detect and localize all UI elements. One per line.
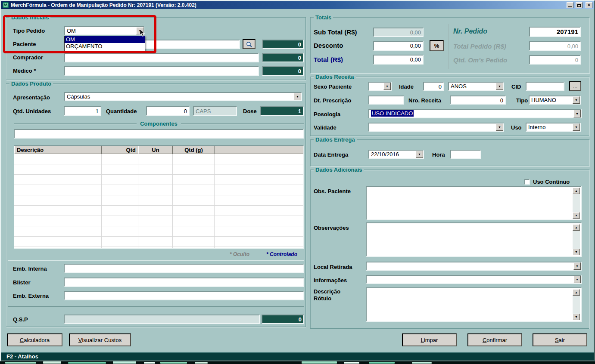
observacoes-textarea[interactable]: ▲ ▼: [366, 222, 582, 257]
calculadora-button[interactable]: Calculadora: [7, 333, 62, 346]
scrollbar-up-icon[interactable]: ▲: [573, 224, 580, 231]
paciente-count-field: 0: [262, 40, 304, 49]
sair-accel: S: [555, 337, 559, 343]
chevron-down-icon[interactable]: ▼: [136, 27, 143, 34]
chevron-down-icon[interactable]: ▼: [496, 83, 503, 90]
data-entrega-combo[interactable]: 22/10/2016 ▼: [368, 150, 424, 159]
dt-prescricao-input[interactable]: [368, 96, 404, 105]
emb-interna-input[interactable]: [64, 264, 304, 273]
desconto-input[interactable]: 0,00: [373, 41, 424, 51]
scrollbar-down-icon[interactable]: ▼: [573, 212, 580, 219]
total-label: Total (R$): [314, 56, 343, 63]
title-bar: MerchFórmula - Ordem de Manipulação Pedi…: [1, 1, 594, 9]
chevron-down-icon[interactable]: ▼: [573, 110, 581, 117]
qsp-label: Q.S.P: [13, 316, 28, 323]
nro-receita-input[interactable]: 0: [450, 96, 506, 105]
limpar-accel: L: [421, 337, 424, 343]
scrollbar[interactable]: ▲ ▼: [573, 224, 580, 255]
quantidade-input[interactable]: 0: [146, 106, 190, 116]
maximize-icon[interactable]: [576, 2, 583, 8]
chevron-down-icon[interactable]: ▼: [416, 151, 423, 158]
idade-unit-combo[interactable]: ANOS ▼: [448, 82, 504, 91]
componentes-table: Descrição Qtd Un Qtd (g): [14, 145, 304, 249]
window-title: MerchFórmula - Ordem de Manipulação Pedi…: [11, 2, 196, 8]
minimize-icon[interactable]: [567, 2, 573, 8]
apresentacao-combo[interactable]: Cápsulas ▼: [64, 92, 302, 101]
tipo-label: Tipo: [516, 97, 528, 104]
dropdown-option-orcamento[interactable]: ORÇAMENTO: [65, 43, 145, 50]
chevron-down-icon[interactable]: ▼: [573, 262, 581, 270]
scrollbar[interactable]: ▲ ▼: [573, 289, 580, 320]
informacoes-combo[interactable]: ▼: [366, 275, 582, 284]
hora-label: Hora: [432, 151, 445, 158]
informacoes-value: [367, 276, 573, 283]
blister-input[interactable]: [64, 278, 304, 287]
visualizar-custos-accel: V: [78, 337, 82, 343]
uso-continuo-label: Uso Contínuo: [533, 179, 570, 185]
medico-input[interactable]: [64, 66, 259, 76]
tipo-pedido-combo[interactable]: OM ▼: [64, 26, 144, 35]
posologia-label: Posologia: [314, 111, 340, 117]
chevron-down-icon[interactable]: ▼: [573, 276, 581, 283]
qtd-unidades-input[interactable]: 1: [64, 106, 101, 116]
confirmar-rest: onfirmar: [486, 337, 507, 343]
chevron-down-icon[interactable]: ▼: [496, 123, 503, 131]
nr-pedido-label: Nr. Pedido: [453, 28, 487, 35]
comprador-count-field: 0: [262, 53, 304, 62]
validade-combo[interactable]: ▼: [368, 123, 504, 132]
scrollbar-down-icon[interactable]: ▼: [573, 249, 580, 255]
calculadora-accel: C: [20, 337, 24, 343]
col-descricao: Descrição: [14, 146, 102, 154]
scrollbar[interactable]: ▲ ▼: [573, 188, 580, 219]
unidade-field: CAPS: [193, 106, 237, 116]
local-retirada-combo[interactable]: ▼: [366, 262, 582, 271]
scrollbar-up-icon[interactable]: ▲: [573, 188, 580, 194]
divider: [8, 306, 304, 307]
sub-total-label: Sub Total (R$): [314, 28, 357, 36]
confirmar-button[interactable]: Confirmar: [467, 333, 522, 346]
descricao-rotulo-textarea[interactable]: ▲ ▼: [366, 287, 582, 322]
col-extra: [215, 146, 303, 154]
uso-continuo-checkbox[interactable]: [524, 179, 530, 185]
col-qtd: Qtd: [102, 146, 138, 154]
local-retirada-value: [367, 262, 573, 270]
total-input[interactable]: 0,00: [373, 55, 424, 65]
nr-pedido-field: 207191: [529, 27, 581, 37]
chevron-down-icon[interactable]: ▼: [383, 83, 391, 90]
search-icon: [246, 41, 252, 47]
dropdown-option-om[interactable]: OM: [65, 36, 145, 43]
cid-input[interactable]: [526, 82, 564, 91]
visualizar-custos-rest: isualizar Custos: [82, 337, 121, 343]
chevron-down-icon[interactable]: ▼: [573, 96, 580, 104]
posologia-value: USO INDICADO: [371, 110, 414, 117]
tipo-pedido-dropdown-list[interactable]: OM ORÇAMENTO: [64, 36, 145, 51]
status-bar-text: F2 - Atalhos: [6, 353, 38, 360]
close-icon[interactable]: ×: [586, 2, 592, 8]
limpar-button[interactable]: Limpar: [402, 333, 457, 346]
limpar-rest: impar: [424, 337, 438, 343]
emb-externa-input[interactable]: [64, 291, 304, 300]
chevron-down-icon[interactable]: ▼: [573, 123, 580, 131]
componentes-table-body: [14, 154, 303, 248]
obs-paciente-textarea[interactable]: ▲ ▼: [366, 186, 582, 220]
cid-browse-button[interactable]: ...: [569, 81, 581, 91]
sexo-combo[interactable]: ▼: [368, 82, 392, 91]
divider: [8, 260, 304, 261]
chevron-down-icon[interactable]: ▼: [294, 93, 301, 100]
paciente-search-button[interactable]: [243, 39, 255, 49]
scrollbar-down-icon[interactable]: ▼: [573, 314, 580, 320]
uso-combo[interactable]: Interno ▼: [526, 123, 581, 132]
componente-search-input[interactable]: [14, 129, 304, 139]
emb-interna-label: Emb. Interna: [13, 265, 47, 272]
visualizar-custos-button[interactable]: Visualizar Custos: [69, 333, 131, 346]
data-entrega-label: Data Entrega: [314, 151, 348, 158]
percent-button[interactable]: %: [430, 40, 444, 51]
comprador-input[interactable]: [64, 53, 259, 62]
posologia-combo[interactable]: USO INDICADO ▼: [368, 109, 582, 118]
tipo-combo[interactable]: HUMANO ▼: [529, 96, 581, 105]
sair-button[interactable]: Sair: [533, 333, 587, 346]
desconto-label: Desconto: [314, 42, 343, 49]
idade-input[interactable]: 0: [423, 82, 444, 91]
scrollbar-up-icon[interactable]: ▲: [573, 289, 580, 296]
hora-input[interactable]: [450, 150, 481, 159]
